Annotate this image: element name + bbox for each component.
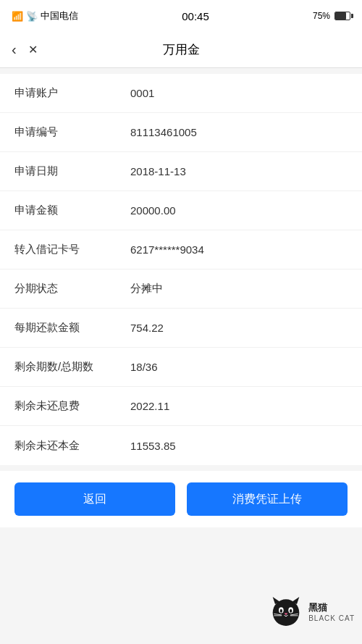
carrier-text: 中国电信	[41, 9, 78, 22]
row-value: 754.22	[130, 322, 348, 334]
back-button[interactable]: ‹	[12, 41, 17, 58]
watermark-english: BLACK CAT	[308, 614, 355, 622]
row-value: 分摊中	[130, 282, 348, 296]
row-value: 81113461005	[130, 126, 348, 138]
row-value: 6217******9034	[130, 243, 348, 256]
status-carrier: 📶 📡 中国电信	[12, 9, 78, 22]
table-row: 申请日期2018-11-13	[0, 152, 362, 191]
status-battery: 75%	[313, 11, 350, 21]
row-value: 18/36	[130, 361, 348, 373]
svg-point-5	[280, 609, 282, 613]
row-label: 剩余未还本金	[14, 439, 130, 453]
battery-icon	[334, 12, 350, 20]
table-row: 剩余期数/总期数18/36	[0, 348, 362, 387]
table-row: 申请编号81113461005	[0, 113, 362, 152]
nav-bar: ‹ ✕ 万用金	[0, 32, 362, 68]
watermark-chinese: 黑猫	[308, 601, 355, 614]
row-label: 剩余未还息费	[14, 399, 130, 413]
table-row: 剩余未还息费2022.11	[0, 387, 362, 426]
row-value: 20000.00	[130, 204, 348, 217]
watermark-text: 黑猫 BLACK CAT	[308, 601, 355, 622]
button-area: 返回 消费凭证上传	[0, 471, 362, 527]
row-label: 分期状态	[14, 282, 130, 296]
battery-percent-text: 75%	[313, 11, 330, 21]
svg-point-6	[290, 609, 292, 613]
table-row: 剩余未还本金11553.85	[0, 426, 362, 465]
row-value: 2018-11-13	[130, 165, 348, 177]
row-value: 11553.85	[130, 440, 348, 452]
close-button[interactable]: ✕	[28, 43, 38, 57]
back-action-button[interactable]: 返回	[14, 482, 175, 516]
table-row: 分期状态分摊中	[0, 269, 362, 309]
status-time: 00:45	[182, 10, 209, 22]
table-row: 申请账户0001	[0, 74, 362, 113]
nav-left-buttons: ‹ ✕	[12, 41, 38, 58]
row-value: 2022.11	[130, 400, 348, 412]
detail-content: 申请账户0001申请编号81113461005申请日期2018-11-13申请金…	[0, 74, 362, 465]
row-label: 申请金额	[14, 204, 130, 217]
signal-icon: 📶	[12, 11, 23, 22]
table-row: 每期还款金额754.22	[0, 309, 362, 348]
table-row: 申请金额20000.00	[0, 191, 362, 230]
row-label: 剩余期数/总期数	[14, 360, 130, 374]
status-bar: 📶 📡 中国电信 00:45 75%	[0, 0, 362, 32]
wifi-icon: 📡	[26, 11, 38, 22]
row-label: 申请编号	[14, 125, 130, 139]
black-cat-logo	[268, 593, 304, 630]
row-value: 0001	[130, 87, 348, 99]
upload-button[interactable]: 消费凭证上传	[187, 482, 348, 516]
row-label: 申请日期	[14, 164, 130, 178]
row-label: 每期还款金额	[14, 321, 130, 335]
page-title: 万用金	[163, 41, 200, 58]
footer-watermark: 黑猫 BLACK CAT	[268, 593, 355, 630]
row-label: 转入借记卡号	[14, 243, 130, 256]
row-label: 申请账户	[14, 86, 130, 100]
table-row: 转入借记卡号6217******9034	[0, 230, 362, 269]
